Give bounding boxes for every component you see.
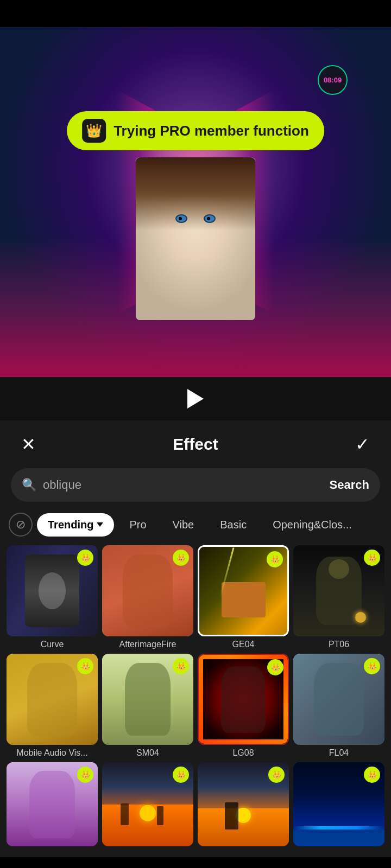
fl04-crown-badge: 👑 xyxy=(364,658,380,674)
tab-vibe[interactable]: Vibe xyxy=(162,513,205,537)
tab-pro[interactable]: Pro xyxy=(118,513,157,537)
tab-basic[interactable]: Basic xyxy=(209,513,257,537)
effect-item-lg08[interactable]: 👑 xyxy=(198,654,289,745)
effect-cell-r1: 👑 xyxy=(7,762,98,846)
search-icon: 🔍 xyxy=(22,478,36,492)
mobile-crown-badge: 👑 xyxy=(77,658,93,674)
sm04-crown-badge: 👑 xyxy=(173,658,189,674)
search-input[interactable] xyxy=(43,478,330,492)
video-preview: 08:09 👑 Trying PRO member function xyxy=(0,27,391,377)
effect-cell-sm04: 👑 SM04 xyxy=(102,654,193,758)
effect-title: Effect xyxy=(173,435,218,454)
sm04-label: SM04 xyxy=(102,748,193,758)
doll-face xyxy=(136,157,255,320)
r3-crown-badge: 👑 xyxy=(268,767,285,783)
doll-image xyxy=(136,157,255,320)
effect-item-pt06[interactable]: 👑 xyxy=(293,545,384,636)
afterimage-label: AfterimageFire xyxy=(102,640,193,649)
doll-eyes xyxy=(136,214,255,223)
pro-banner-text: Trying PRO member function xyxy=(113,123,309,139)
fl04-label: FL04 xyxy=(293,748,384,758)
effect-item-r1[interactable]: 👑 xyxy=(7,762,98,846)
mobile-label: Mobile Audio Vis... xyxy=(7,748,98,758)
effect-cell-r2: 👑 xyxy=(102,762,193,846)
ge04-crown-badge: 👑 xyxy=(267,551,283,567)
effect-panel: ✕ Effect ✓ 🔍 Search ⊘ Trending Pro Vibe … xyxy=(0,420,391,857)
search-button[interactable]: Search xyxy=(330,478,369,492)
effect-cell-fl04: 👑 FL04 xyxy=(293,654,384,758)
effect-item-ge04[interactable]: 👑 xyxy=(198,545,289,636)
effect-item-mobile[interactable]: 👑 xyxy=(7,654,98,745)
effect-cell-r4: 👑 xyxy=(293,762,384,846)
curve-crown-badge: 👑 xyxy=(77,550,93,566)
doll-right-eye xyxy=(204,214,216,223)
effect-cell-mobile: 👑 Mobile Audio Vis... xyxy=(7,654,98,758)
pt06-crown-badge: 👑 xyxy=(364,550,380,566)
tab-trending[interactable]: Trending xyxy=(37,513,114,537)
afterimage-crown-badge: 👑 xyxy=(173,550,189,566)
effect-cell-ge04: 👑 GE04 xyxy=(198,545,289,649)
effects-grid-row3: 👑 👑 👑 xyxy=(0,762,391,846)
effect-close-button[interactable]: ✕ xyxy=(16,432,40,456)
effect-item-afterimage[interactable]: 👑 xyxy=(102,545,193,636)
effects-grid-row2: 👑 Mobile Audio Vis... 👑 SM04 xyxy=(0,654,391,758)
pt06-label: PT06 xyxy=(293,640,384,649)
pro-banner[interactable]: 👑 Trying PRO member function xyxy=(67,111,324,150)
ge04-label: GE04 xyxy=(198,640,289,649)
search-bar: 🔍 Search xyxy=(11,468,380,502)
r4-crown-badge: 👑 xyxy=(364,767,380,783)
filter-tabs: ⊘ Trending Pro Vibe Basic Opening&Clos..… xyxy=(0,513,391,545)
effect-cell-pt06: 👑 PT06 xyxy=(293,545,384,649)
effect-cell-lg08: 👑 LG08 xyxy=(198,654,289,758)
effect-cell-afterimage: 👑 AfterimageFire xyxy=(102,545,193,649)
lg08-crown-badge: 👑 xyxy=(267,659,283,675)
doll-left-eye xyxy=(175,214,187,223)
effects-grid-row1: 👑 Curve 👑 AfterimageFire xyxy=(0,545,391,649)
effect-item-sm04[interactable]: 👑 xyxy=(102,654,193,745)
lg08-label: LG08 xyxy=(198,748,289,758)
r1-crown-badge: 👑 xyxy=(77,767,93,783)
tab-trending-label: Trending xyxy=(48,519,93,531)
effect-cell-r3: 👑 xyxy=(198,762,289,846)
r2-crown-badge: 👑 xyxy=(173,767,189,783)
tab-opening-closing[interactable]: Opening&Clos... xyxy=(262,513,363,537)
trending-arrow-icon xyxy=(97,522,103,527)
play-area[interactable] xyxy=(0,377,391,420)
effect-item-fl04[interactable]: 👑 xyxy=(293,654,384,745)
effect-item-r4[interactable]: 👑 xyxy=(293,762,384,846)
effect-item-r2[interactable]: 👑 xyxy=(102,762,193,846)
play-button[interactable] xyxy=(187,389,204,409)
crown-icon: 👑 xyxy=(82,119,106,143)
effect-item-curve[interactable]: 👑 xyxy=(7,545,98,636)
effect-confirm-button[interactable]: ✓ xyxy=(351,432,375,456)
effect-item-r3[interactable]: 👑 xyxy=(198,762,289,846)
no-effect-icon[interactable]: ⊘ xyxy=(9,513,33,537)
effect-header: ✕ Effect ✓ xyxy=(0,420,391,468)
top-bar xyxy=(0,0,391,27)
timer-badge: 08:09 xyxy=(318,65,348,95)
timer-text: 08:09 xyxy=(324,76,342,84)
effect-cell-curve: 👑 Curve xyxy=(7,545,98,649)
curve-label: Curve xyxy=(7,640,98,649)
